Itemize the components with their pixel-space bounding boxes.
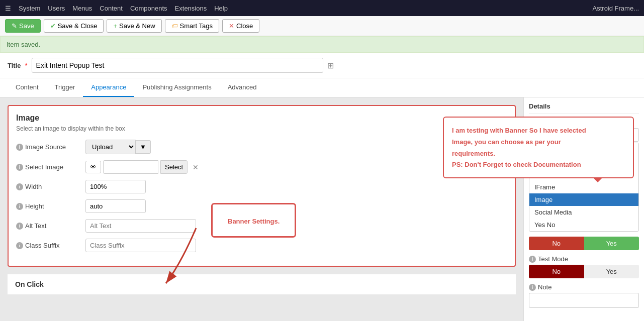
tab-publishing[interactable]: Publishing Assignments <box>134 78 219 97</box>
banner-settings-text: Banner Settings. <box>228 218 280 225</box>
nav-system[interactable]: System <box>19 5 40 12</box>
title-row: Title * ⊞ <box>0 53 644 78</box>
title-icon: ⊞ <box>327 61 334 70</box>
note-info-icon[interactable]: i <box>529 284 536 291</box>
test-mode-yes-button[interactable]: Yes <box>584 265 639 278</box>
title-label: Title <box>8 62 21 69</box>
select-image-info-icon[interactable]: i <box>16 164 23 171</box>
width-info-icon[interactable]: i <box>16 183 23 190</box>
width-label: i Width <box>16 183 81 190</box>
width-row: i Width <box>16 180 507 193</box>
tooltip-bubble: I am testing with Banner So I have selec… <box>443 117 634 178</box>
tag-icon: 🏷 <box>171 22 178 30</box>
nav-components[interactable]: Components <box>130 5 167 12</box>
nav-extensions[interactable]: Extensions <box>175 5 207 12</box>
class-suffix-info-icon[interactable]: i <box>16 242 23 249</box>
on-click-section: On Click <box>8 274 516 294</box>
image-source-caret-icon[interactable]: ▼ <box>136 140 151 154</box>
save-label: Save <box>19 22 34 30</box>
clear-button[interactable]: ✕ <box>190 161 202 173</box>
tab-content[interactable]: Content <box>8 78 47 97</box>
tooltip-line4: PS: Don't Forget to check Documentation <box>452 161 581 168</box>
class-suffix-row: i Class Suffix <box>16 239 507 252</box>
logo-icon: ☰ <box>5 5 11 12</box>
close-button[interactable]: ✕ Close <box>222 19 259 33</box>
height-info-icon[interactable]: i <box>16 203 23 210</box>
image-source-label: i Image Source <box>16 143 81 151</box>
eye-button[interactable]: 👁 <box>85 161 101 173</box>
note-label: i Note <box>529 283 639 291</box>
save-button[interactable]: ✎ Save <box>5 19 41 33</box>
alert-message: Item saved. <box>7 41 40 48</box>
nav-users[interactable]: Users <box>48 5 65 12</box>
title-input[interactable] <box>32 58 323 73</box>
top-navigation: ☰ System Users Menus Content Components … <box>0 0 644 16</box>
nav-menus[interactable]: Menus <box>72 5 92 12</box>
image-source-info-icon[interactable]: i <box>16 144 23 151</box>
tab-trigger[interactable]: Trigger <box>47 78 83 97</box>
save-close-label: Save & Close <box>58 22 98 30</box>
image-section: Image Select an image to display within … <box>8 105 516 267</box>
alt-text-label: i Alt Text <box>16 222 81 230</box>
smart-tags-label: Smart Tags <box>180 22 213 30</box>
tooltip-line2: Image, you can choose as per your <box>452 138 561 146</box>
image-source-select[interactable]: Upload <box>85 140 136 154</box>
select-button[interactable]: Select <box>160 160 188 174</box>
test-mode-group: No Yes <box>529 265 639 278</box>
test-mode-label: i Test Mode <box>529 255 639 263</box>
select-image-row: i Select Image 👁 Select ✕ <box>16 160 507 174</box>
tooltip-line3: requirements. <box>452 150 495 157</box>
plus-icon: + <box>113 22 117 30</box>
cache-yes-no-group: No Yes <box>529 237 639 250</box>
test-mode-info-icon[interactable]: i <box>529 256 536 263</box>
dropdown-item-social[interactable]: Social Media <box>529 206 638 219</box>
title-required: * <box>25 62 28 69</box>
nav-help[interactable]: Help <box>214 5 228 12</box>
top-nav-right-label: Astroid Frame... <box>593 5 639 12</box>
image-section-desc: Select an image to display within the bo… <box>16 125 507 132</box>
x-icon: ✕ <box>229 22 234 30</box>
save-icon: ✎ <box>12 22 17 30</box>
dropdown-item-iframe[interactable]: IFrame <box>529 181 638 193</box>
alert-success: Item saved. <box>0 36 644 53</box>
test-mode-no-button[interactable]: No <box>529 265 584 278</box>
alt-text-input[interactable] <box>85 219 196 233</box>
banner-settings-box: Banner Settings. <box>211 203 296 238</box>
height-label: i Height <box>16 202 81 210</box>
tab-appearance[interactable]: Appearance <box>83 78 134 97</box>
class-suffix-input[interactable] <box>85 239 196 252</box>
height-input[interactable] <box>85 199 146 213</box>
image-section-title: Image <box>16 114 507 123</box>
save-new-label: Save & New <box>119 22 155 30</box>
select-image-label: i Select Image <box>16 163 81 171</box>
select-image-input[interactable] <box>103 160 158 174</box>
save-new-button[interactable]: + Save & New <box>107 19 161 33</box>
save-close-button[interactable]: ✔ Save & Close <box>44 19 104 33</box>
dropdown-item-image[interactable]: Image <box>529 193 638 206</box>
class-suffix-label: i Class Suffix <box>16 242 81 249</box>
right-panel-title: Details <box>529 102 639 114</box>
tooltip-line1: I am testing with Banner So I have selec… <box>452 127 586 134</box>
alt-text-info-icon[interactable]: i <box>16 223 23 230</box>
note-input[interactable] <box>529 293 639 308</box>
tab-advanced[interactable]: Advanced <box>220 78 265 97</box>
on-click-title: On Click <box>15 280 508 288</box>
image-source-row: i Image Source Upload ▼ <box>16 140 507 154</box>
close-label: Close <box>236 22 253 30</box>
cache-no-button[interactable]: No <box>529 237 584 250</box>
cache-yes-button[interactable]: Yes <box>584 237 639 250</box>
select-image-wrapper: 👁 Select ✕ <box>85 160 202 174</box>
image-source-wrapper: Upload ▼ <box>85 140 151 154</box>
tabs-bar: Content Trigger Appearance Publishing As… <box>0 78 644 97</box>
nav-content[interactable]: Content <box>100 5 123 12</box>
toolbar: ✎ Save ✔ Save & Close + Save & New 🏷 Sma… <box>0 16 644 36</box>
check-icon: ✔ <box>50 22 56 30</box>
width-input[interactable] <box>85 180 146 193</box>
smart-tags-button[interactable]: 🏷 Smart Tags <box>165 19 220 33</box>
dropdown-item-yesno[interactable]: Yes No <box>529 219 638 231</box>
